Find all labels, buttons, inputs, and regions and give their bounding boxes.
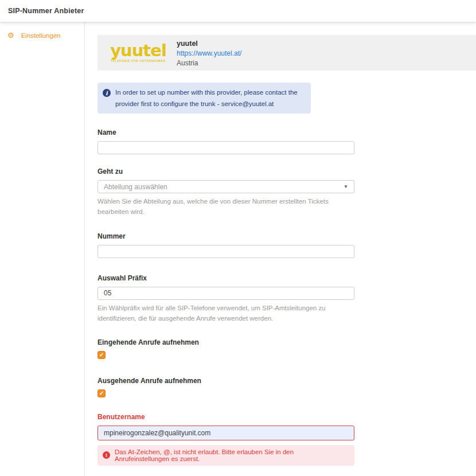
username-label: Benutzername [97,413,354,421]
username-field-group: Benutzername ! Das At-Zeichen, @, ist ni… [97,413,354,466]
prefix-help-text: Ein Wählpräfix wird für alle SIP-Telefon… [97,303,361,324]
record-outgoing-checkbox[interactable] [97,389,106,397]
prefix-input[interactable] [97,287,354,300]
provider-logo: yuutel TELEFONIE FÜR UNTERNEHMEN [104,43,172,62]
provider-country: Austria [177,59,241,67]
department-help-text: Wählen Sie die Abteilung aus, welche die… [97,197,361,217]
username-input[interactable] [97,426,354,440]
main-content: yuutel TELEFONIE FÜR UNTERNEHMEN yuutel … [85,22,476,476]
record-outgoing-group: Ausgehende Anrufe aufnehmen [97,377,354,397]
department-label: Geht zu [97,167,354,175]
provider-logo-text: yuutel [104,43,172,58]
department-select[interactable]: Abteilung auswählen ▼ [97,180,354,193]
provider-form: Name Geht zu Abteilung auswählen ▼ Wähle… [97,128,354,476]
provider-info: yuutel https://www.yuutel.at/ Austria [177,39,241,67]
page-title: SIP-Nummer Anbieter [8,7,84,15]
gear-icon: ⚙ [7,32,14,39]
layout: ⚙ Einstellungen yuutel TELEFONIE FÜR UNT… [0,22,476,476]
name-input[interactable] [97,141,354,154]
username-error-text: Das At-Zeichen, @, ist nicht erlaubt. Bi… [115,448,349,462]
name-field-group: Name [97,128,354,154]
name-label: Name [97,128,354,136]
number-field-group: Nummer [97,232,354,258]
record-incoming-checkbox[interactable] [97,351,106,359]
department-field-group: Geht zu Abteilung auswählen ▼ Wählen Sie… [97,167,354,217]
record-incoming-label: Eingehende Anrufe aufnehmen [97,338,354,346]
number-label: Nummer [97,232,354,240]
sidebar-item-einstellungen[interactable]: ⚙ Einstellungen [0,22,84,39]
page-header: SIP-Nummer Anbieter [0,0,476,22]
info-banner: i In order to set up number with this pr… [97,83,311,114]
username-error-box: ! Das At-Zeichen, @, ist nicht erlaubt. … [97,445,354,466]
sidebar-item-label: Einstellungen [21,32,61,39]
provider-logo-tagline: TELEFONIE FÜR UNTERNEHMEN [104,60,172,63]
sidebar: ⚙ Einstellungen [0,22,85,476]
provider-card: yuutel TELEFONIE FÜR UNTERNEHMEN yuutel … [97,35,476,71]
info-banner-text: In order to set up number with this prov… [115,87,304,110]
provider-name: yuutel [177,40,241,48]
error-icon: ! [103,451,110,459]
number-input[interactable] [97,245,354,258]
record-outgoing-label: Ausgehende Anrufe aufnehmen [97,377,354,385]
prefix-field-group: Auswahl Präfix Ein Wählpräfix wird für a… [97,274,354,324]
provider-url-link[interactable]: https://www.yuutel.at/ [177,49,241,57]
prefix-label: Auswahl Präfix [97,274,354,282]
department-select-placeholder: Abteilung auswählen [104,183,167,191]
chevron-down-icon: ▼ [344,184,348,189]
info-icon: i [103,89,111,97]
record-incoming-group: Eingehende Anrufe aufnehmen [97,338,354,359]
